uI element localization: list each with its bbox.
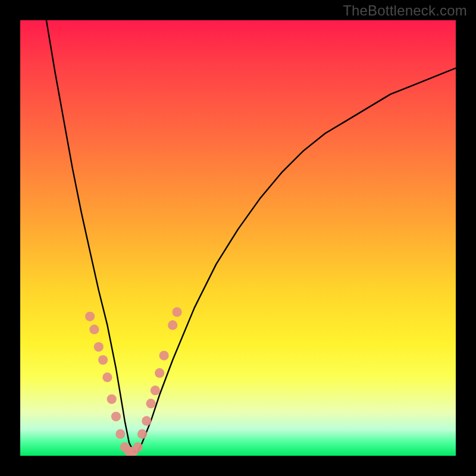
curve-marker xyxy=(168,320,177,330)
bottleneck-curve xyxy=(46,20,456,452)
curve-marker xyxy=(107,394,117,404)
curve-marker xyxy=(98,355,108,365)
curve-layer xyxy=(46,20,456,452)
marker-layer xyxy=(85,307,182,456)
curve-marker xyxy=(151,386,160,395)
curve-marker xyxy=(142,416,151,425)
curve-marker xyxy=(89,325,99,334)
curve-marker xyxy=(102,372,112,382)
watermark-text: TheBottleneck.com xyxy=(343,2,467,19)
curve-marker xyxy=(137,429,147,439)
chart-svg xyxy=(20,20,456,456)
curve-marker xyxy=(94,342,104,352)
curve-marker xyxy=(115,429,125,439)
curve-marker xyxy=(111,412,121,421)
curve-marker xyxy=(172,307,181,317)
curve-marker xyxy=(146,399,156,408)
curve-marker xyxy=(159,351,169,361)
plot-area xyxy=(20,20,456,456)
curve-marker xyxy=(155,368,164,378)
curve-marker xyxy=(133,442,143,452)
outer-frame: TheBottleneck.com xyxy=(0,0,476,476)
curve-marker xyxy=(85,312,95,321)
